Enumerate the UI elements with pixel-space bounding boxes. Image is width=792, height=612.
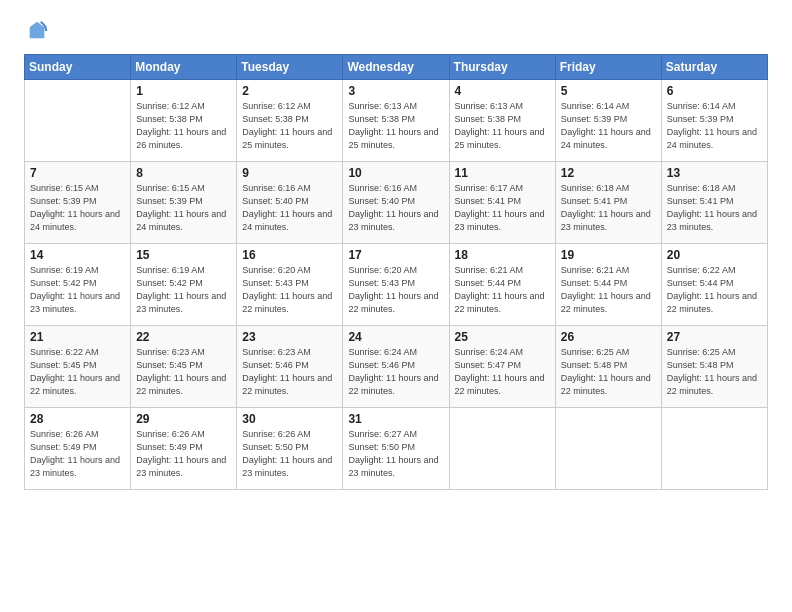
day-info: Sunrise: 6:15 AM Sunset: 5:39 PM Dayligh… bbox=[30, 182, 125, 234]
table-row: 3Sunrise: 6:13 AM Sunset: 5:38 PM Daylig… bbox=[343, 80, 449, 162]
day-number: 31 bbox=[348, 412, 443, 426]
table-row: 11Sunrise: 6:17 AM Sunset: 5:41 PM Dayli… bbox=[449, 162, 555, 244]
calendar-week-row: 21Sunrise: 6:22 AM Sunset: 5:45 PM Dayli… bbox=[25, 326, 768, 408]
table-row: 2Sunrise: 6:12 AM Sunset: 5:38 PM Daylig… bbox=[237, 80, 343, 162]
day-info: Sunrise: 6:22 AM Sunset: 5:44 PM Dayligh… bbox=[667, 264, 762, 316]
calendar-week-row: 1Sunrise: 6:12 AM Sunset: 5:38 PM Daylig… bbox=[25, 80, 768, 162]
day-info: Sunrise: 6:18 AM Sunset: 5:41 PM Dayligh… bbox=[561, 182, 656, 234]
header bbox=[24, 20, 768, 42]
table-row bbox=[449, 408, 555, 490]
table-row bbox=[661, 408, 767, 490]
day-info: Sunrise: 6:21 AM Sunset: 5:44 PM Dayligh… bbox=[455, 264, 550, 316]
table-row: 31Sunrise: 6:27 AM Sunset: 5:50 PM Dayli… bbox=[343, 408, 449, 490]
day-number: 16 bbox=[242, 248, 337, 262]
day-info: Sunrise: 6:21 AM Sunset: 5:44 PM Dayligh… bbox=[561, 264, 656, 316]
day-number: 8 bbox=[136, 166, 231, 180]
col-sunday: Sunday bbox=[25, 55, 131, 80]
day-info: Sunrise: 6:15 AM Sunset: 5:39 PM Dayligh… bbox=[136, 182, 231, 234]
table-row: 18Sunrise: 6:21 AM Sunset: 5:44 PM Dayli… bbox=[449, 244, 555, 326]
table-row: 9Sunrise: 6:16 AM Sunset: 5:40 PM Daylig… bbox=[237, 162, 343, 244]
day-info: Sunrise: 6:14 AM Sunset: 5:39 PM Dayligh… bbox=[667, 100, 762, 152]
day-number: 6 bbox=[667, 84, 762, 98]
day-number: 3 bbox=[348, 84, 443, 98]
table-row: 26Sunrise: 6:25 AM Sunset: 5:48 PM Dayli… bbox=[555, 326, 661, 408]
table-row: 24Sunrise: 6:24 AM Sunset: 5:46 PM Dayli… bbox=[343, 326, 449, 408]
table-row bbox=[25, 80, 131, 162]
table-row: 19Sunrise: 6:21 AM Sunset: 5:44 PM Dayli… bbox=[555, 244, 661, 326]
table-row: 14Sunrise: 6:19 AM Sunset: 5:42 PM Dayli… bbox=[25, 244, 131, 326]
table-row: 30Sunrise: 6:26 AM Sunset: 5:50 PM Dayli… bbox=[237, 408, 343, 490]
day-number: 24 bbox=[348, 330, 443, 344]
col-tuesday: Tuesday bbox=[237, 55, 343, 80]
day-number: 11 bbox=[455, 166, 550, 180]
calendar-week-row: 14Sunrise: 6:19 AM Sunset: 5:42 PM Dayli… bbox=[25, 244, 768, 326]
day-info: Sunrise: 6:26 AM Sunset: 5:49 PM Dayligh… bbox=[136, 428, 231, 480]
table-row: 4Sunrise: 6:13 AM Sunset: 5:38 PM Daylig… bbox=[449, 80, 555, 162]
table-row: 8Sunrise: 6:15 AM Sunset: 5:39 PM Daylig… bbox=[131, 162, 237, 244]
logo-icon bbox=[26, 20, 48, 42]
day-info: Sunrise: 6:25 AM Sunset: 5:48 PM Dayligh… bbox=[667, 346, 762, 398]
table-row: 17Sunrise: 6:20 AM Sunset: 5:43 PM Dayli… bbox=[343, 244, 449, 326]
calendar-week-row: 7Sunrise: 6:15 AM Sunset: 5:39 PM Daylig… bbox=[25, 162, 768, 244]
table-row: 29Sunrise: 6:26 AM Sunset: 5:49 PM Dayli… bbox=[131, 408, 237, 490]
day-number: 13 bbox=[667, 166, 762, 180]
day-number: 15 bbox=[136, 248, 231, 262]
table-row: 27Sunrise: 6:25 AM Sunset: 5:48 PM Dayli… bbox=[661, 326, 767, 408]
day-info: Sunrise: 6:26 AM Sunset: 5:50 PM Dayligh… bbox=[242, 428, 337, 480]
day-info: Sunrise: 6:14 AM Sunset: 5:39 PM Dayligh… bbox=[561, 100, 656, 152]
day-info: Sunrise: 6:22 AM Sunset: 5:45 PM Dayligh… bbox=[30, 346, 125, 398]
day-info: Sunrise: 6:13 AM Sunset: 5:38 PM Dayligh… bbox=[455, 100, 550, 152]
table-row: 6Sunrise: 6:14 AM Sunset: 5:39 PM Daylig… bbox=[661, 80, 767, 162]
day-info: Sunrise: 6:13 AM Sunset: 5:38 PM Dayligh… bbox=[348, 100, 443, 152]
day-info: Sunrise: 6:16 AM Sunset: 5:40 PM Dayligh… bbox=[242, 182, 337, 234]
day-info: Sunrise: 6:26 AM Sunset: 5:49 PM Dayligh… bbox=[30, 428, 125, 480]
table-row: 10Sunrise: 6:16 AM Sunset: 5:40 PM Dayli… bbox=[343, 162, 449, 244]
day-number: 20 bbox=[667, 248, 762, 262]
col-friday: Friday bbox=[555, 55, 661, 80]
day-info: Sunrise: 6:20 AM Sunset: 5:43 PM Dayligh… bbox=[348, 264, 443, 316]
table-row: 1Sunrise: 6:12 AM Sunset: 5:38 PM Daylig… bbox=[131, 80, 237, 162]
table-row: 25Sunrise: 6:24 AM Sunset: 5:47 PM Dayli… bbox=[449, 326, 555, 408]
calendar-header-row: Sunday Monday Tuesday Wednesday Thursday… bbox=[25, 55, 768, 80]
day-info: Sunrise: 6:27 AM Sunset: 5:50 PM Dayligh… bbox=[348, 428, 443, 480]
day-info: Sunrise: 6:12 AM Sunset: 5:38 PM Dayligh… bbox=[136, 100, 231, 152]
day-info: Sunrise: 6:23 AM Sunset: 5:46 PM Dayligh… bbox=[242, 346, 337, 398]
day-number: 1 bbox=[136, 84, 231, 98]
day-info: Sunrise: 6:17 AM Sunset: 5:41 PM Dayligh… bbox=[455, 182, 550, 234]
day-number: 18 bbox=[455, 248, 550, 262]
day-number: 28 bbox=[30, 412, 125, 426]
day-number: 23 bbox=[242, 330, 337, 344]
logo bbox=[24, 20, 48, 42]
day-number: 2 bbox=[242, 84, 337, 98]
day-number: 10 bbox=[348, 166, 443, 180]
day-number: 7 bbox=[30, 166, 125, 180]
table-row: 15Sunrise: 6:19 AM Sunset: 5:42 PM Dayli… bbox=[131, 244, 237, 326]
table-row: 13Sunrise: 6:18 AM Sunset: 5:41 PM Dayli… bbox=[661, 162, 767, 244]
calendar: Sunday Monday Tuesday Wednesday Thursday… bbox=[24, 54, 768, 490]
page: Sunday Monday Tuesday Wednesday Thursday… bbox=[0, 0, 792, 612]
day-number: 12 bbox=[561, 166, 656, 180]
day-info: Sunrise: 6:25 AM Sunset: 5:48 PM Dayligh… bbox=[561, 346, 656, 398]
day-number: 27 bbox=[667, 330, 762, 344]
table-row: 16Sunrise: 6:20 AM Sunset: 5:43 PM Dayli… bbox=[237, 244, 343, 326]
table-row: 22Sunrise: 6:23 AM Sunset: 5:45 PM Dayli… bbox=[131, 326, 237, 408]
day-info: Sunrise: 6:19 AM Sunset: 5:42 PM Dayligh… bbox=[30, 264, 125, 316]
day-number: 5 bbox=[561, 84, 656, 98]
day-info: Sunrise: 6:23 AM Sunset: 5:45 PM Dayligh… bbox=[136, 346, 231, 398]
day-number: 25 bbox=[455, 330, 550, 344]
day-number: 22 bbox=[136, 330, 231, 344]
table-row: 12Sunrise: 6:18 AM Sunset: 5:41 PM Dayli… bbox=[555, 162, 661, 244]
day-info: Sunrise: 6:24 AM Sunset: 5:46 PM Dayligh… bbox=[348, 346, 443, 398]
day-number: 21 bbox=[30, 330, 125, 344]
col-monday: Monday bbox=[131, 55, 237, 80]
day-info: Sunrise: 6:24 AM Sunset: 5:47 PM Dayligh… bbox=[455, 346, 550, 398]
col-saturday: Saturday bbox=[661, 55, 767, 80]
day-number: 17 bbox=[348, 248, 443, 262]
day-number: 30 bbox=[242, 412, 337, 426]
day-info: Sunrise: 6:12 AM Sunset: 5:38 PM Dayligh… bbox=[242, 100, 337, 152]
day-number: 14 bbox=[30, 248, 125, 262]
col-thursday: Thursday bbox=[449, 55, 555, 80]
day-info: Sunrise: 6:18 AM Sunset: 5:41 PM Dayligh… bbox=[667, 182, 762, 234]
table-row: 7Sunrise: 6:15 AM Sunset: 5:39 PM Daylig… bbox=[25, 162, 131, 244]
day-number: 19 bbox=[561, 248, 656, 262]
